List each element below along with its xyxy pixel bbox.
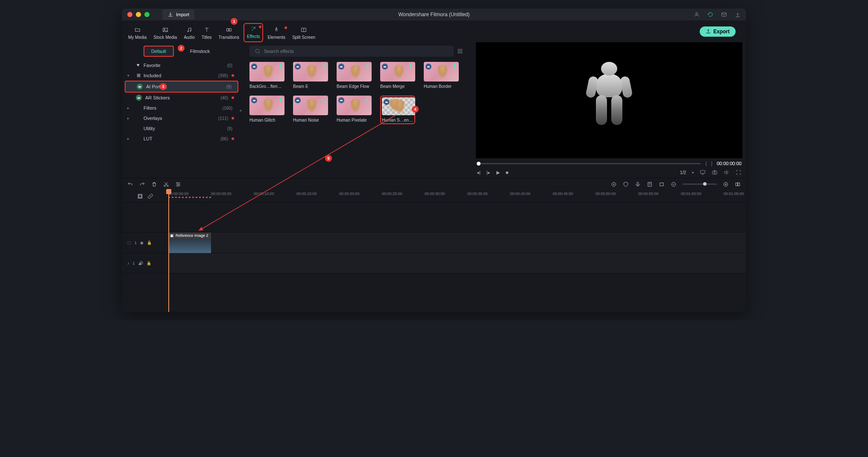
sidebar-tab-filmstock[interactable]: Filmstock bbox=[183, 47, 217, 56]
step-back-button[interactable]: |▸ bbox=[487, 170, 490, 175]
scrub-thumb[interactable] bbox=[477, 162, 481, 166]
scrubber[interactable] bbox=[477, 163, 701, 164]
link-icon[interactable] bbox=[147, 193, 153, 199]
titlebar: Import Wondershare Filmora (Untitled) bbox=[122, 9, 746, 20]
sidebar-item-overlays[interactable]: ▸ Overlays (111) bbox=[125, 113, 238, 123]
tab-stock-media[interactable]: Stock Media bbox=[151, 25, 179, 42]
crown-icon bbox=[137, 84, 143, 90]
effect-beam-merge[interactable]: Beam Merge bbox=[380, 62, 415, 89]
tab-split-screen[interactable]: Split Screen bbox=[290, 25, 318, 42]
tab-my-media[interactable]: My Media bbox=[126, 25, 149, 42]
new-dot bbox=[232, 137, 234, 140]
crop-icon[interactable] bbox=[659, 181, 665, 187]
mute-icon[interactable]: 🔊 bbox=[138, 261, 143, 265]
tab-audio[interactable]: Audio bbox=[181, 25, 197, 42]
preview-viewport[interactable] bbox=[476, 42, 742, 158]
delete-icon[interactable] bbox=[151, 181, 157, 187]
image-icon: ▣ bbox=[170, 233, 174, 238]
effect-human-pixelate[interactable]: Human Pixelate bbox=[337, 96, 372, 124]
timeline: 00:00:00:00 00:00:05:00 00:00:10:00 00:0… bbox=[122, 190, 746, 312]
fullscreen-icon[interactable] bbox=[736, 169, 742, 175]
mail-icon[interactable] bbox=[721, 12, 727, 17]
sidebar-item-filters[interactable]: ▸ Filters (160) bbox=[125, 103, 238, 113]
timeline-view-icon[interactable] bbox=[137, 193, 143, 199]
shield-icon[interactable] bbox=[623, 181, 629, 187]
tab-transitions[interactable]: Transitions bbox=[216, 25, 242, 42]
out-marker[interactable]: } bbox=[711, 161, 713, 166]
fit-icon[interactable] bbox=[735, 181, 741, 187]
prev-frame-button[interactable]: ◂| bbox=[477, 170, 481, 175]
cut-icon[interactable] bbox=[163, 181, 169, 187]
effect-beam-e[interactable]: Beam E bbox=[293, 62, 328, 89]
in-marker[interactable]: { bbox=[705, 161, 707, 166]
sidebar-item-favorite[interactable]: ♥ Favorite (0) bbox=[125, 60, 238, 70]
lock-icon[interactable]: 🔓 bbox=[147, 261, 151, 265]
user-icon[interactable] bbox=[694, 12, 700, 17]
visibility-icon[interactable]: ◉ bbox=[140, 241, 144, 245]
svg-point-18 bbox=[714, 172, 716, 174]
crown-icon bbox=[251, 64, 257, 70]
crown-icon bbox=[136, 95, 142, 101]
audio-icon: ♪ bbox=[127, 261, 129, 265]
badge-dot bbox=[259, 26, 261, 28]
play-button[interactable]: ▶ bbox=[496, 170, 500, 175]
playhead[interactable] bbox=[168, 190, 169, 312]
new-dot bbox=[232, 74, 234, 77]
audio-track[interactable]: ♪ 1 🔊 🔓 bbox=[122, 253, 746, 274]
effect-human-noise[interactable]: Human Noise bbox=[293, 96, 328, 124]
sidebar-tabs: Default 2 Filmstock bbox=[122, 42, 241, 60]
svg-point-4 bbox=[188, 31, 188, 32]
download-icon bbox=[167, 12, 173, 17]
zoom-thumb[interactable] bbox=[703, 182, 707, 186]
upload-icon[interactable] bbox=[735, 12, 741, 17]
effect-background-afterimage[interactable]: BackGro…fterimage bbox=[249, 62, 284, 89]
video-track[interactable]: ⬚ 1 ◉ 🔓 ▣ Reference Image 2 bbox=[122, 233, 746, 253]
preview-content bbox=[586, 62, 633, 139]
zoom-in-icon[interactable] bbox=[723, 181, 729, 187]
lock-icon[interactable]: 🔓 bbox=[147, 241, 152, 245]
monitor-icon[interactable] bbox=[700, 169, 706, 175]
effect-human-border[interactable]: Human Border bbox=[424, 62, 459, 89]
volume-icon[interactable] bbox=[724, 169, 730, 175]
chevron-down-icon[interactable]: ▾ bbox=[692, 171, 694, 175]
sidebar-item-lut[interactable]: ▸ LUT (66) bbox=[125, 134, 238, 144]
maximize-window[interactable] bbox=[144, 12, 150, 17]
download-icon bbox=[452, 64, 457, 69]
zoom-out-icon[interactable] bbox=[671, 181, 677, 187]
refresh-icon[interactable] bbox=[707, 12, 713, 17]
close-window[interactable] bbox=[127, 12, 132, 17]
tab-effects[interactable]: Effects bbox=[243, 23, 263, 42]
playhead-head[interactable] bbox=[166, 189, 171, 194]
view-grid-icon[interactable] bbox=[457, 48, 463, 54]
redo-icon[interactable] bbox=[139, 181, 145, 187]
export-button[interactable]: Export bbox=[700, 26, 736, 37]
settings-icon[interactable] bbox=[175, 181, 181, 187]
zoom-slider[interactable] bbox=[683, 183, 717, 185]
minimize-window[interactable] bbox=[136, 12, 141, 17]
effect-human-glitch[interactable]: Human Glitch bbox=[249, 96, 284, 124]
sidebar-item-ai-portrait[interactable]: AI Portrait (9) 3 bbox=[125, 81, 238, 93]
download-icon bbox=[278, 97, 283, 102]
tab-elements[interactable]: Elements bbox=[265, 25, 288, 42]
effect-human-segmentation[interactable]: Human S…entation 4 bbox=[380, 96, 415, 124]
app-window: Import Wondershare Filmora (Untitled) My… bbox=[122, 9, 746, 312]
stop-button[interactable]: ■ bbox=[506, 170, 509, 175]
import-button[interactable]: Import bbox=[162, 9, 194, 20]
sidebar-item-utility[interactable]: Utility (9) bbox=[125, 123, 238, 134]
video-clip[interactable]: ▣ Reference Image 2 bbox=[168, 233, 211, 253]
undo-icon[interactable] bbox=[127, 181, 133, 187]
marker-icon[interactable] bbox=[647, 181, 653, 187]
annotation-4: 4 bbox=[412, 106, 419, 113]
sidebar-tab-default[interactable]: Default bbox=[144, 46, 174, 57]
mic-icon[interactable] bbox=[635, 181, 641, 187]
camera-icon[interactable] bbox=[712, 169, 718, 175]
sidebar-item-included[interactable]: ▾ ⊞ Included (395) bbox=[125, 70, 238, 81]
sidebar-item-ar-stickers[interactable]: AR Stickers (40) bbox=[125, 93, 238, 103]
effect-beam-edge-flow[interactable]: Beam Edge Flow bbox=[337, 62, 372, 89]
search-input[interactable]: Search effects bbox=[249, 46, 454, 57]
mixer-icon[interactable] bbox=[611, 181, 617, 187]
tab-titles[interactable]: Titles bbox=[199, 25, 214, 42]
zoom-ratio[interactable]: 1/2 bbox=[680, 170, 686, 175]
svg-point-28 bbox=[613, 183, 614, 184]
timeline-ruler[interactable]: 00:00:00:00 00:00:05:00 00:00:10:00 00:0… bbox=[168, 190, 746, 202]
